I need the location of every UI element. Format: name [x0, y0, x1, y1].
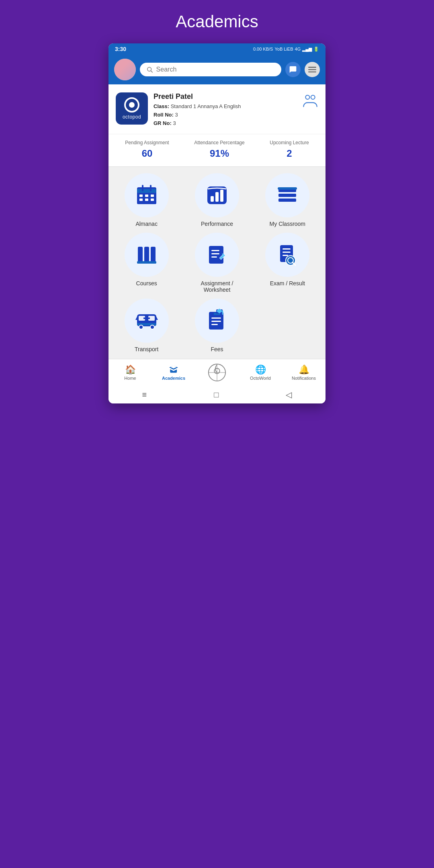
network-type: 4G [295, 47, 301, 51]
courses-icon [135, 243, 159, 267]
assignment-label: Assignment /Worksheet [201, 280, 233, 293]
notifications-icon: 🔔 [299, 364, 309, 375]
my-classroom-label: My Classroom [270, 221, 305, 227]
svg-rect-27 [144, 247, 149, 263]
search-icon [146, 66, 153, 73]
exam-icon-circle [265, 233, 309, 277]
stat-pending-assignment[interactable]: Pending Assignment 60 [125, 140, 169, 159]
sys-menu-button[interactable]: ≡ [142, 390, 147, 399]
hamburger-icon [308, 66, 316, 74]
svg-rect-36 [283, 252, 291, 253]
profile-roll: Roll No: 3 [154, 111, 297, 119]
stat-attendance-label: Attendance Percentage [194, 140, 244, 145]
transport-icon [135, 309, 159, 333]
top-icons [285, 62, 320, 77]
chat-button[interactable] [285, 62, 301, 77]
menu-item-exam-result[interactable]: Exam / Result [255, 233, 320, 293]
sys-home-button[interactable]: □ [214, 390, 219, 399]
my-classroom-icon-circle [265, 173, 309, 217]
svg-text:+: + [216, 370, 218, 375]
fees-label: Fees [211, 346, 223, 352]
octopod-logo: octopod [116, 92, 148, 125]
svg-rect-2 [308, 67, 316, 68]
status-bar: 3:30 0.00 KB/S YoB LiEB 4G ▂▄▆ 🔋 [108, 43, 326, 55]
nav-notifications[interactable]: 🔔 Notifications [288, 364, 320, 381]
assignment-icon-circle [195, 233, 239, 277]
svg-rect-14 [151, 194, 154, 197]
stat-pending-label: Pending Assignment [125, 140, 169, 145]
network-speed: 0.00 KB/S [253, 47, 273, 51]
system-nav: ≡ □ ◁ [108, 384, 326, 403]
menu-item-fees[interactable]: Fees [184, 299, 249, 352]
search-input[interactable] [156, 66, 275, 73]
status-right: 0.00 KB/S YoB LiEB 4G ▂▄▆ 🔋 [253, 47, 319, 52]
menu-item-my-classroom[interactable]: My Classroom [255, 173, 320, 227]
fees-icon [205, 309, 229, 333]
profile-info: Preeti Patel Class: Standard 1 Annanya A… [154, 92, 297, 127]
nav-octoworld-center[interactable]: + [201, 363, 233, 382]
profile-name: Preeti Patel [154, 92, 297, 101]
svg-rect-15 [139, 199, 143, 201]
nav-academics[interactable]: Academics [158, 364, 190, 381]
nav-octoworld[interactable]: 🌐 OctoWorld [244, 364, 276, 381]
home-label: Home [124, 376, 136, 381]
svg-rect-17 [151, 199, 154, 201]
menu-item-assignment-worksheet[interactable]: Assignment /Worksheet [184, 233, 249, 293]
profile-card: octopod Preeti Patel Class: Standard 1 A… [108, 84, 326, 134]
top-bar [108, 55, 326, 84]
phone-frame: 3:30 0.00 KB/S YoB LiEB 4G ▂▄▆ 🔋 [108, 43, 326, 403]
menu-item-transport[interactable]: Transport [114, 299, 179, 352]
stat-lecture-value: 2 [270, 148, 309, 159]
bottom-nav: 🏠 Home Academics + 🌐 OctoWorld 🔔 [108, 359, 326, 384]
stat-lecture[interactable]: Upcoming Lecture 2 [270, 140, 309, 159]
svg-line-1 [151, 71, 152, 72]
almanac-icon [135, 183, 159, 207]
assignment-icon [205, 243, 229, 267]
profile-gr: GR No: 3 [154, 119, 297, 128]
svg-rect-29 [137, 261, 156, 264]
sys-back-button[interactable]: ◁ [286, 390, 292, 399]
svg-rect-25 [278, 187, 297, 190]
svg-rect-35 [283, 248, 291, 250]
svg-rect-33 [211, 256, 217, 258]
menu-item-performance[interactable]: Performance [184, 173, 249, 227]
signal-bars: ▂▄▆ [302, 47, 312, 52]
svg-rect-51 [211, 324, 218, 325]
sim-info: YoB LiEB [274, 47, 293, 51]
svg-rect-28 [151, 247, 156, 263]
svg-rect-47 [143, 317, 150, 319]
menu-grid: Almanac Performance [108, 167, 326, 359]
svg-point-45 [139, 325, 143, 329]
family-icon [302, 94, 318, 111]
stat-lecture-label: Upcoming Lecture [270, 140, 309, 145]
svg-rect-12 [139, 194, 143, 197]
svg-rect-21 [220, 190, 223, 202]
stat-attendance-value: 91% [194, 148, 244, 159]
octoworld-label: OctoWorld [250, 376, 271, 381]
stat-attendance[interactable]: Attendance Percentage 91% [194, 140, 244, 159]
svg-point-46 [150, 325, 154, 329]
battery-icon: 🔋 [313, 47, 319, 52]
almanac-label: Almanac [135, 221, 157, 227]
menu-item-almanac[interactable]: Almanac [114, 173, 179, 227]
nav-home[interactable]: 🏠 Home [114, 364, 146, 381]
page-title: Academics [176, 12, 258, 31]
performance-label: Performance [201, 221, 233, 227]
avatar[interactable] [114, 59, 136, 80]
academics-label: Academics [162, 376, 185, 381]
svg-rect-32 [211, 253, 219, 254]
avatar-image [114, 59, 136, 80]
svg-point-5 [305, 95, 309, 99]
octoworld-icon: 🌐 [255, 364, 266, 375]
svg-rect-20 [215, 192, 219, 202]
profile-class: Class: Standard 1 Annanya A English [154, 102, 297, 111]
exam-result-label: Exam / Result [270, 280, 305, 287]
svg-rect-9 [137, 189, 156, 193]
menu-item-courses[interactable]: Courses [114, 233, 179, 293]
search-bar[interactable] [140, 63, 281, 76]
performance-icon [205, 183, 229, 207]
menu-button[interactable] [305, 62, 320, 77]
octopod-label: octopod [123, 114, 141, 120]
octopod-circle-icon [124, 97, 139, 113]
notifications-label: Notifications [292, 376, 316, 381]
